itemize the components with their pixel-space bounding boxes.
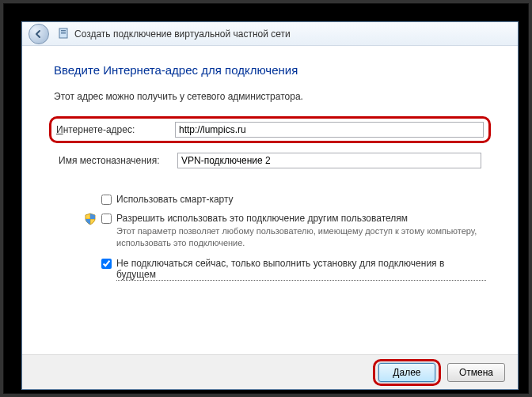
shield-icon [84,213,97,225]
dont-connect-checkbox[interactable] [101,259,112,269]
internet-address-row: Интернете-адрес: [49,116,491,143]
next-button-highlight: Далее [373,359,441,386]
smartcard-label: Использовать смарт-карту [116,194,234,205]
smartcard-row: Использовать смарт-карту [101,194,486,205]
back-button[interactable] [28,24,49,44]
cancel-button[interactable]: Отмена [447,363,505,382]
network-icon [57,28,70,40]
internet-address-input[interactable] [175,122,484,138]
allow-others-checkbox[interactable] [101,214,112,224]
page-subtext: Этот адрес можно получить у сетевого адм… [54,91,486,102]
destination-name-label: Имя местоназначения: [59,155,177,166]
allow-others-row: Разрешить использовать это подключение д… [101,213,486,250]
dont-connect-row: Не подключаться сейчас, только выполнить… [101,258,486,281]
allow-others-hint: Этот параметр позволяет любому пользоват… [116,225,486,250]
page-heading: Введите Интернета-адрес для подключения [54,63,486,77]
dont-connect-label: Не подключаться сейчас, только выполнить… [116,258,486,281]
options-block: Использовать смарт-карту Разрешить ис [54,194,486,281]
internet-address-label: Интернете-адрес: [56,124,175,135]
titlebar: Создать подключение виртуальной частной … [22,22,518,46]
footer: Далее Отмена [22,354,518,389]
smartcard-checkbox[interactable] [101,195,112,205]
allow-others-label: Разрешить использовать это подключение д… [116,213,408,224]
destination-name-input[interactable] [177,153,481,168]
destination-name-row: Имя местоназначения: [54,149,486,172]
svg-rect-3 [61,30,66,32]
next-button[interactable]: Далее [378,363,435,382]
svg-rect-4 [61,32,66,34]
window-title: Создать подключение виртуальной частной … [74,28,291,40]
content-area: Введите Интернета-адрес для подключения … [22,46,518,354]
vpn-wizard-window: Создать подключение виртуальной частной … [21,21,519,390]
